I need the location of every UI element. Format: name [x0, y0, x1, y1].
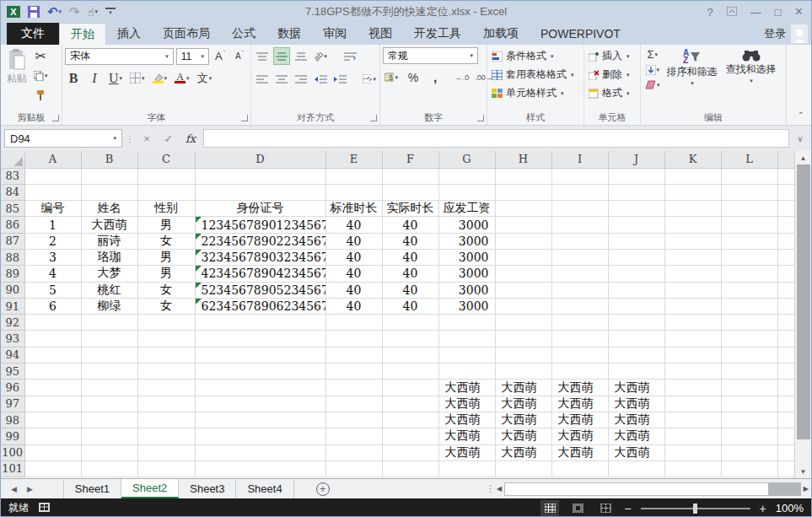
cell[interactable] — [495, 184, 551, 200]
cell[interactable] — [195, 428, 325, 444]
cell[interactable] — [195, 331, 325, 347]
cell-styles-button[interactable]: 单元格样式▾ — [490, 84, 581, 102]
column-header-K[interactable]: K — [664, 151, 721, 168]
cell[interactable]: 大西萌 — [438, 428, 495, 444]
zoom-in-button[interactable]: + — [760, 502, 766, 515]
cell[interactable] — [81, 396, 137, 412]
cell[interactable] — [664, 396, 721, 412]
phonetic-guide-button[interactable]: 文▾ — [196, 69, 214, 87]
increase-decimal-button[interactable]: ←.0 — [454, 68, 471, 86]
cell[interactable] — [495, 201, 551, 217]
cell[interactable] — [382, 428, 438, 444]
cell[interactable]: 柳绿 — [81, 298, 137, 314]
cell[interactable]: 3000 — [438, 266, 495, 282]
cell[interactable] — [721, 201, 777, 217]
name-box[interactable]: D94▾ — [4, 129, 122, 148]
cell[interactable]: 应发工资 — [438, 201, 495, 217]
cell[interactable] — [551, 217, 608, 233]
formula-bar-splitter[interactable]: ⋮ — [126, 134, 134, 143]
cell[interactable] — [495, 347, 551, 363]
cell[interactable] — [137, 331, 195, 347]
cell[interactable] — [325, 315, 382, 331]
cell[interactable] — [382, 364, 438, 380]
font-dialog-launcher[interactable] — [241, 115, 248, 121]
enter-button[interactable]: ✓ — [159, 132, 178, 145]
page-layout-view-button[interactable] — [568, 500, 587, 516]
cell[interactable] — [551, 364, 608, 380]
cell[interactable]: 身份证号 — [195, 201, 325, 217]
cell[interactable]: 323456789032345678 — [195, 249, 325, 265]
cell[interactable] — [325, 184, 382, 200]
cell[interactable] — [664, 428, 721, 444]
merge-center-button[interactable]: ▾ — [361, 70, 378, 88]
font-size-combo[interactable]: 11▾ — [176, 48, 209, 65]
insert-cells-button[interactable]: 插入▾ — [587, 47, 637, 65]
cell[interactable] — [438, 460, 495, 477]
clear-button[interactable]: ▾ — [643, 78, 662, 92]
sheet-tab-sheet2[interactable]: Sheet2 — [121, 479, 179, 498]
cell[interactable] — [24, 428, 81, 444]
cell[interactable] — [24, 412, 81, 428]
tab-formulas[interactable]: 公式 — [221, 23, 266, 45]
format-as-table-button[interactable]: 套用表格格式▾ — [490, 66, 581, 83]
cell[interactable] — [195, 460, 325, 477]
cell[interactable]: 623456789062345678 — [195, 298, 325, 314]
cell[interactable] — [664, 201, 721, 217]
sheet-tab-sheet4[interactable]: Sheet4 — [236, 479, 293, 498]
cell[interactable] — [777, 298, 794, 314]
column-header-M[interactable] — [777, 151, 794, 168]
cell[interactable] — [551, 249, 608, 265]
cell[interactable] — [137, 184, 195, 200]
cell[interactable] — [777, 444, 794, 460]
collapse-ribbon-button[interactable]: ⌃ — [798, 110, 804, 120]
cell[interactable] — [24, 168, 81, 184]
cell[interactable] — [81, 347, 137, 363]
cell[interactable]: 423456789042345678 — [195, 266, 325, 282]
tab-review[interactable]: 审阅 — [312, 23, 358, 45]
format-cells-button[interactable]: 格式▾ — [587, 84, 637, 102]
cell[interactable]: 女 — [137, 233, 195, 249]
cell[interactable]: 40 — [325, 217, 382, 233]
copy-button[interactable]: ▾ — [32, 67, 50, 84]
find-select-button[interactable]: 查找和选择 ▾ — [723, 47, 780, 86]
cell[interactable] — [24, 380, 81, 396]
cell[interactable] — [325, 460, 382, 477]
cell[interactable]: 123456789012345678 — [195, 217, 325, 233]
cell[interactable] — [777, 428, 794, 444]
cell[interactable] — [495, 364, 551, 380]
decrease-indent-button[interactable] — [312, 70, 329, 88]
cell[interactable]: 大西萌 — [608, 428, 664, 444]
cell[interactable] — [777, 201, 794, 217]
cell[interactable]: 40 — [382, 217, 438, 233]
cell[interactable] — [24, 315, 81, 331]
bottom-align-button[interactable] — [293, 47, 309, 65]
cell[interactable] — [195, 380, 325, 396]
cell[interactable]: 40 — [382, 266, 438, 282]
wrap-text-button[interactable] — [341, 47, 358, 65]
cancel-button[interactable]: × — [137, 132, 156, 145]
row-header-99[interactable]: 99 — [1, 428, 24, 444]
cell[interactable]: 姓名 — [81, 201, 137, 217]
tab-scrollbar-splitter[interactable]: ⋮ — [486, 479, 495, 498]
accounting-format-button[interactable]: $▾ — [383, 68, 400, 86]
cell[interactable] — [195, 347, 325, 363]
cell[interactable] — [81, 380, 137, 396]
cell[interactable]: 40 — [382, 233, 438, 249]
cell[interactable] — [24, 444, 81, 460]
grow-font-button[interactable]: Aˆ — [212, 47, 229, 65]
cell[interactable] — [721, 364, 777, 380]
cell[interactable] — [664, 380, 721, 396]
top-align-button[interactable] — [254, 47, 271, 65]
cell[interactable] — [608, 364, 664, 380]
scroll-up-icon[interactable]: ▲ — [795, 151, 811, 164]
sort-filter-button[interactable]: AZ 排序和筛选 ▾ — [664, 47, 721, 89]
next-sheet-icon[interactable]: ▶ — [27, 485, 33, 493]
cell[interactable]: 桃红 — [81, 282, 137, 298]
cell[interactable] — [325, 428, 382, 444]
cell[interactable] — [195, 364, 325, 380]
cell[interactable] — [382, 412, 438, 428]
cell[interactable] — [495, 315, 551, 331]
minimize-button[interactable]: — — [750, 6, 761, 19]
row-header-83[interactable]: 83 — [1, 168, 24, 184]
cell[interactable] — [382, 396, 438, 412]
